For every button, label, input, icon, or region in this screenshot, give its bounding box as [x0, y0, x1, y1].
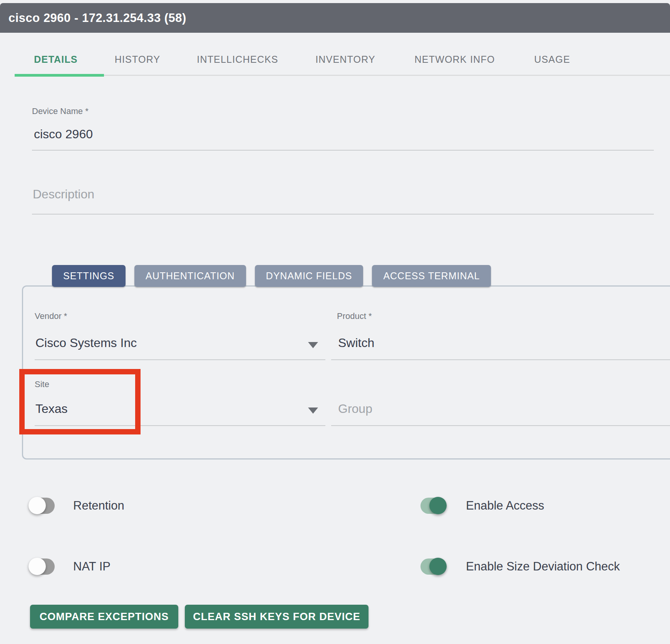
tab-details[interactable]: DETAILS	[34, 54, 78, 65]
product-select[interactable]: Switch	[338, 336, 374, 350]
toggle-knob	[429, 558, 447, 575]
retention-label: Retention	[73, 498, 124, 514]
product-label: Product *	[337, 311, 372, 321]
group-select[interactable]: Group	[338, 402, 372, 416]
tab-usage[interactable]: USAGE	[534, 54, 570, 65]
tab-network-info[interactable]: NETWORK INFO	[415, 54, 495, 65]
tab-inventory[interactable]: INVENTORY	[315, 54, 375, 65]
vendor-dropdown-arrow-icon[interactable]	[308, 342, 318, 348]
toggle-knob	[28, 558, 46, 575]
subtab-dynamic-fields[interactable]: DYNAMIC FIELDS	[255, 265, 363, 287]
tab-divider-line	[104, 75, 670, 76]
window-titlebar: cisco 2960 - 172.31.254.33 (58)	[0, 3, 670, 33]
group-underline	[331, 425, 670, 426]
nat-ip-label: NAT IP	[73, 558, 111, 575]
device-name-underline	[32, 150, 654, 151]
site-select[interactable]: Texas	[35, 402, 68, 416]
toggle-knob	[429, 497, 447, 514]
product-underline	[331, 359, 670, 360]
subtab-settings[interactable]: SETTINGS	[52, 265, 126, 287]
compare-exceptions-button[interactable]: COMPARE EXCEPTIONS	[30, 605, 178, 629]
enable-size-deviation-check-toggle[interactable]	[420, 558, 445, 575]
subtab-access-terminal[interactable]: ACCESS TERMINAL	[372, 265, 491, 287]
device-name-input[interactable]: cisco 2960	[34, 127, 93, 141]
clear-ssh-keys-button[interactable]: CLEAR SSH KEYS FOR DEVICE	[185, 605, 368, 629]
active-tab-indicator	[15, 74, 104, 77]
tab-intellichecks[interactable]: INTELLICHECKS	[197, 54, 278, 65]
description-input[interactable]: Description	[33, 187, 94, 201]
window-title: cisco 2960 - 172.31.254.33 (58)	[8, 11, 186, 25]
description-underline	[32, 214, 654, 215]
enable-access-toggle[interactable]	[420, 498, 445, 514]
subtab-authentication[interactable]: AUTHENTICATION	[134, 265, 246, 287]
site-dropdown-arrow-icon[interactable]	[308, 408, 318, 414]
site-label: Site	[35, 379, 49, 389]
tab-history[interactable]: HISTORY	[115, 54, 161, 65]
settings-subtab-bar: SETTINGS AUTHENTICATION DYNAMIC FIELDS A…	[52, 265, 491, 287]
toggle-knob	[28, 497, 46, 514]
nat-ip-toggle[interactable]	[30, 558, 55, 575]
vendor-select[interactable]: Cisco Systems Inc	[35, 336, 137, 350]
vendor-label: Vendor *	[35, 311, 67, 321]
enable-access-label: Enable Access	[466, 498, 544, 514]
vendor-underline	[35, 359, 325, 360]
device-name-label: Device Name *	[32, 106, 89, 116]
retention-toggle[interactable]	[30, 498, 55, 514]
enable-size-deviation-check-label: Enable Size Deviation Check	[466, 558, 620, 575]
site-underline	[35, 425, 325, 426]
